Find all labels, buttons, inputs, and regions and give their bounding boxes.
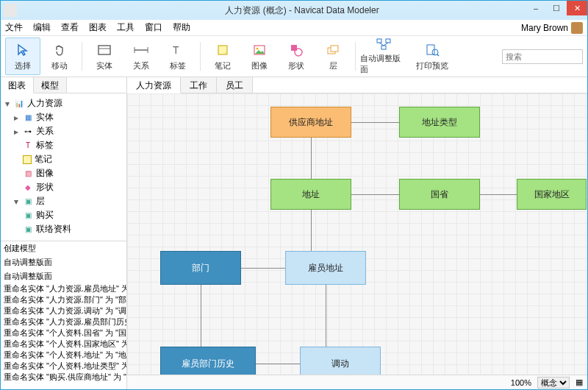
tool-select[interactable]: 选择: [5, 38, 40, 75]
entity-address[interactable]: 地址: [270, 179, 351, 210]
tree-layer-child[interactable]: ▣联络资料: [2, 222, 125, 236]
svg-rect-15: [381, 46, 386, 49]
canvas-area: 人力资源 工作 员工 供应商地址 地址类型 地址 国省 国家地区 部门 雇员地址: [127, 77, 587, 389]
image-icon: [251, 42, 268, 58]
tree-entity[interactable]: ▸▦实体: [2, 110, 125, 124]
log-line: 重命名实体 "人力资源.雇员部门历史" 为: [1, 316, 126, 327]
menu-diagram[interactable]: 图表: [89, 21, 107, 34]
tree-root[interactable]: ▾📊人力资源: [2, 96, 125, 110]
zoom-level: 100%: [511, 378, 531, 387]
layer-icon: ▣: [23, 210, 33, 221]
tool-label-label: 标签: [170, 60, 186, 71]
left-panel: 图表 模型 ▾📊人力资源 ▸▦实体 ▸⊶关系 T标签 笔记 ▧图像 ◆形状 ▾▣…: [1, 77, 127, 389]
connector: [256, 364, 300, 364]
connector: [326, 285, 326, 347]
shape-icon: ◆: [23, 182, 33, 193]
entity-country[interactable]: 国家地区: [517, 179, 587, 210]
menu-help[interactable]: 帮助: [173, 21, 190, 34]
menu-view[interactable]: 查看: [61, 21, 79, 34]
user-info[interactable]: Mary Brown: [521, 22, 583, 34]
entity-icon: ▦: [23, 113, 33, 123]
entity-employee-address[interactable]: 雇员地址: [285, 251, 366, 285]
canvas-tabs: 人力资源 工作 员工: [127, 77, 587, 93]
search-input[interactable]: [502, 49, 583, 64]
toolbar-separator: [355, 42, 356, 71]
svg-rect-12: [331, 46, 338, 52]
shape-icon: [288, 42, 304, 58]
entity-province[interactable]: 国省: [399, 179, 480, 210]
layer-icon: ▣: [23, 196, 33, 207]
entity-supplier-address[interactable]: 供应商地址: [270, 107, 351, 138]
tool-relation-label: 关系: [133, 60, 149, 71]
app-window: 人力资源 (概念) - Navicat Data Modeler – ☐ ✕ 文…: [0, 0, 588, 390]
log-line: 重命名实体 "个人资料.地址类型" 为 "地址: [1, 361, 126, 372]
canvas[interactable]: 供应商地址 地址类型 地址 国省 国家地区 部门 雇员地址 雇员部门历史: [127, 93, 587, 375]
canvas-tab[interactable]: 工作: [181, 77, 217, 93]
tree-shape[interactable]: ◆形状: [2, 180, 125, 194]
tool-autolayout[interactable]: 自动调整版面: [360, 38, 407, 75]
menu-file[interactable]: 文件: [5, 21, 23, 34]
toolbar-separator: [200, 42, 201, 71]
window-title: 人力资源 (概念) - Navicat Data Modeler: [17, 4, 587, 17]
layer-icon: ▣: [23, 224, 33, 235]
canvas-tab[interactable]: 员工: [217, 77, 253, 93]
window-controls: – ☐ ✕: [526, 1, 587, 15]
tool-shape[interactable]: 形状: [279, 38, 314, 75]
grid-icon[interactable]: ▦: [576, 377, 583, 387]
note-icon: [23, 155, 32, 164]
log-line: 重命名实体 "个人资料.地址" 为 "地址": [1, 350, 126, 361]
tool-layer-label: 层: [329, 60, 337, 71]
menubar: 文件 编辑 查看 图表 工具 窗口 帮助 Mary Brown: [1, 20, 587, 36]
minimize-button[interactable]: –: [526, 1, 546, 15]
layer-icon: [325, 42, 341, 58]
entity-transfer[interactable]: 调动: [300, 347, 381, 375]
svg-text:T: T: [173, 44, 179, 56]
tree-layer-child[interactable]: ▣购买: [2, 208, 125, 222]
tool-label[interactable]: T 标签: [160, 38, 196, 75]
log-line: 重命名实体 "人力资源.调动" 为 "调动": [1, 305, 126, 316]
tree-relation[interactable]: ▸⊶关系: [2, 124, 125, 138]
tab-diagram[interactable]: 图表: [1, 77, 34, 93]
entity-address-type[interactable]: 地址类型: [399, 107, 480, 138]
app-icon: [4, 4, 17, 17]
entity-emp-dept-history[interactable]: 雇员部门历史: [160, 347, 256, 375]
log-panel: 创建模型 自动调整版面 自动调整版面 重命名实体 "人力资源.雇员地址" 为 "…: [1, 241, 126, 389]
mode-select[interactable]: 概念: [537, 377, 570, 389]
tree-layer[interactable]: ▾▣层: [2, 194, 125, 208]
log-line: 自动调整版面: [1, 269, 126, 283]
tool-move[interactable]: 移动: [42, 38, 77, 75]
left-tabs: 图表 模型: [1, 77, 126, 93]
menu-edit[interactable]: 编辑: [33, 21, 51, 34]
toolbar-search: [502, 49, 583, 64]
tool-layer[interactable]: 层: [315, 38, 351, 75]
tree-label[interactable]: T标签: [2, 138, 125, 152]
print-preview-icon: [424, 42, 440, 58]
tool-entity-label: 实体: [96, 60, 112, 71]
tree-note[interactable]: 笔记: [2, 152, 125, 166]
tree[interactable]: ▾📊人力资源 ▸▦实体 ▸⊶关系 T标签 笔记 ▧图像 ◆形状 ▾▣层 ▣购买 …: [1, 93, 126, 241]
diagram-icon: 📊: [14, 99, 24, 109]
entity-department[interactable]: 部门: [160, 251, 241, 285]
titlebar: 人力资源 (概念) - Navicat Data Modeler – ☐ ✕: [1, 1, 587, 20]
connector: [480, 194, 517, 195]
tool-relation[interactable]: 关系: [123, 38, 159, 75]
log-line: 重命名实体 "购买.供应商地址" 为 "供应商: [1, 372, 126, 383]
menu-tools[interactable]: 工具: [117, 21, 135, 34]
tool-print-preview[interactable]: 打印预览: [409, 38, 456, 75]
tool-entity[interactable]: 实体: [87, 38, 122, 75]
tool-image[interactable]: 图像: [242, 38, 277, 75]
body: 图表 模型 ▾📊人力资源 ▸▦实体 ▸⊶关系 T标签 笔记 ▧图像 ◆形状 ▾▣…: [1, 77, 587, 389]
svg-point-10: [295, 49, 302, 56]
entity-icon: [96, 42, 112, 58]
tree-image[interactable]: ▧图像: [2, 166, 125, 180]
tool-note[interactable]: 笔记: [205, 38, 240, 75]
tab-model[interactable]: 模型: [34, 77, 67, 93]
close-button[interactable]: ✕: [567, 1, 587, 15]
svg-line-18: [437, 54, 439, 56]
log-line: 自动调整版面: [1, 255, 126, 269]
note-icon: [215, 42, 231, 58]
canvas-tab[interactable]: 人力资源: [127, 77, 181, 93]
maximize-button[interactable]: ☐: [546, 1, 567, 15]
menu-window[interactable]: 窗口: [145, 21, 162, 34]
tool-image-label: 图像: [251, 60, 268, 71]
